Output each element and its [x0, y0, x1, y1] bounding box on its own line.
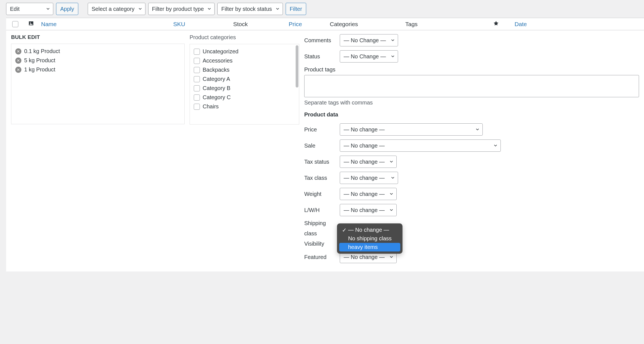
categories-column-header: Categories [330, 21, 405, 28]
category-label: Category A [203, 76, 230, 82]
product-label: 0.1 kg Product [24, 48, 60, 54]
category-label: Chairs [203, 103, 219, 110]
list-item: Backpacks [194, 65, 295, 74]
list-item: ✕ 1 kg Product [15, 65, 180, 74]
status-select[interactable]: — No Change — [340, 50, 398, 63]
status-label: Status [304, 53, 338, 60]
date-column-header[interactable]: Date [505, 21, 527, 28]
category-checkbox[interactable] [194, 67, 200, 73]
apply-button[interactable]: Apply [56, 3, 78, 15]
tax-status-value: — No change — [344, 159, 385, 165]
dropdown-option[interactable]: No shipping class [339, 234, 400, 243]
list-item: Uncategorized [194, 47, 295, 56]
category-checkbox[interactable] [194, 49, 200, 55]
bulk-action-value: Edit [10, 6, 19, 12]
category-checkbox[interactable] [194, 58, 200, 64]
product-label: 5 kg Product [24, 57, 55, 64]
featured-column-header [487, 21, 505, 28]
stock-status-filter-value: Filter by stock status [221, 6, 272, 12]
category-label: Uncategorized [203, 48, 238, 55]
list-item: Chairs [194, 102, 295, 111]
category-label: Backpacks [203, 67, 230, 73]
comments-select[interactable]: — No Change — [340, 34, 398, 46]
name-column-header[interactable]: Name [38, 21, 173, 28]
sku-column-header[interactable]: SKU [173, 21, 233, 28]
status-value: — No Change — [344, 53, 386, 59]
category-filter-value: Select a category [92, 6, 135, 12]
dropdown-option[interactable]: — No change — [339, 226, 400, 234]
image-column-header [24, 21, 38, 28]
product-type-filter-value: Filter by product type [152, 6, 204, 12]
tax-class-value: — No change — [344, 175, 385, 181]
remove-icon[interactable]: ✕ [15, 67, 21, 73]
list-item: Category C [194, 93, 295, 102]
dropdown-option[interactable]: heavy items [339, 243, 400, 251]
remove-icon[interactable]: ✕ [15, 48, 21, 54]
bulk-action-select[interactable]: Edit [6, 3, 53, 15]
product-tags-label: Product tags [304, 66, 639, 73]
sale-label: Sale [304, 143, 338, 149]
visibility-label: Visibility [304, 241, 338, 247]
category-checkbox[interactable] [194, 104, 200, 110]
price-value: — No change — [344, 126, 385, 133]
filter-button[interactable]: Filter [286, 3, 306, 15]
category-checklist: Uncategorized Accessories Backpacks Cate… [190, 44, 299, 124]
filter-toolbar: Edit Apply Select a category Filter by p… [0, 0, 644, 18]
tax-class-select[interactable]: — No change — [340, 172, 398, 184]
weight-select[interactable]: — No change — [340, 188, 397, 200]
category-label: Accessories [203, 58, 233, 64]
svg-point-2 [30, 22, 31, 23]
shipping-class-label-line1: Shipping [304, 220, 338, 226]
featured-label: Featured [304, 254, 338, 260]
tags-help-text: Separate tags with commas [304, 99, 639, 106]
tax-status-label: Tax status [304, 159, 338, 165]
list-item: ✕ 0.1 kg Product [15, 47, 180, 56]
lwh-label: L/W/H [304, 207, 338, 213]
product-tags-input[interactable] [304, 75, 639, 97]
lwh-select[interactable]: — No change — [340, 204, 397, 216]
price-select[interactable]: — No change — [340, 123, 483, 136]
stock-status-filter-select[interactable]: Filter by stock status [217, 3, 283, 15]
product-data-heading: Product data [304, 111, 639, 118]
sale-select[interactable]: — No change — [340, 139, 501, 152]
shipping-class-label-line2: class [304, 230, 338, 237]
price-column-header[interactable]: Price [289, 21, 330, 28]
category-checkbox[interactable] [194, 94, 200, 101]
selected-products-box: ✕ 0.1 kg Product ✕ 5 kg Product ✕ 1 kg P… [11, 44, 185, 124]
product-type-filter-select[interactable]: Filter by product type [148, 3, 215, 15]
comments-label: Comments [304, 37, 338, 44]
bulk-edit-panel: BULK EDIT ✕ 0.1 kg Product ✕ 5 kg Produc… [6, 30, 644, 271]
shipping-class-dropdown: — No change — No shipping class heavy it… [337, 223, 402, 254]
list-item: Accessories [194, 56, 295, 65]
comments-value: — No Change — [344, 37, 386, 43]
select-all-checkbox[interactable] [12, 21, 18, 27]
table-header-row: Name SKU Stock Price Categories Tags Dat… [6, 18, 644, 30]
category-label: Category B [203, 85, 230, 91]
select-all-cell [6, 21, 24, 28]
list-item: Category A [194, 74, 295, 84]
scrollbar-thumb[interactable] [296, 45, 298, 88]
weight-label: Weight [304, 191, 338, 197]
list-item: Category B [194, 84, 295, 93]
sale-value: — No change — [344, 143, 385, 149]
tax-class-label: Tax class [304, 175, 338, 181]
remove-icon[interactable]: ✕ [15, 58, 21, 64]
category-filter-select[interactable]: Select a category [88, 3, 145, 15]
featured-value: — No change — [344, 254, 385, 260]
star-icon [493, 21, 499, 27]
tags-column-header: Tags [405, 21, 487, 28]
price-label: Price [304, 126, 338, 133]
category-label: Category C [203, 94, 231, 101]
bulk-edit-title: BULK EDIT [11, 34, 185, 40]
image-icon [28, 21, 34, 27]
tax-status-select[interactable]: — No change — [340, 156, 397, 168]
list-item: ✕ 5 kg Product [15, 56, 180, 65]
stock-column-header: Stock [233, 21, 289, 28]
weight-value: — No change — [344, 191, 385, 197]
product-label: 1 kg Product [24, 66, 55, 73]
category-checkbox[interactable] [194, 85, 200, 91]
lwh-value: — No change — [344, 207, 385, 213]
product-categories-heading: Product categories [190, 34, 299, 41]
category-checkbox[interactable] [194, 76, 200, 82]
